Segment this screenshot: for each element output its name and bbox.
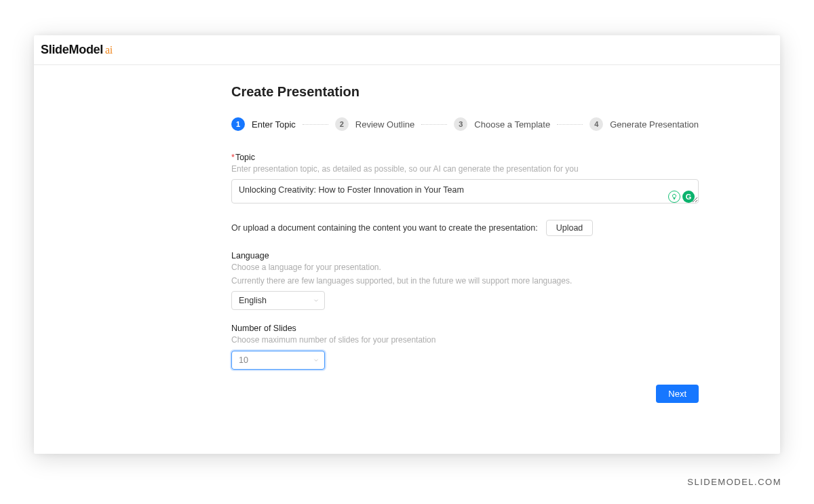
step-connector [421,124,447,125]
watermark-text: SLIDEMODEL.COM [687,477,781,487]
language-help-1: Choose a language for your presentation. [231,262,699,273]
app-header: SlideModel ai [34,35,780,65]
step-label: Generate Presentation [610,119,699,130]
step-label: Review Outline [355,119,414,130]
topic-input[interactable] [231,179,699,203]
language-select[interactable]: English [231,291,325,310]
field-slides: Number of Slides Choose maximum number o… [231,324,699,369]
required-star: * [231,153,235,162]
slides-select-wrap: 10 [231,351,325,370]
upload-row: Or upload a document containing the cont… [231,220,699,236]
brand-accent: ai [105,44,113,56]
page-title: Create Presentation [231,84,699,100]
field-language: Language Choose a language for your pres… [231,251,699,310]
step-number: 2 [335,117,349,131]
textarea-badges: G [668,191,695,203]
step-label: Choose a Template [474,119,550,130]
topic-label: *Topic [231,153,699,162]
app-window: SlideModel ai Create Presentation 1 Ente… [34,35,780,454]
step-label: Enter Topic [252,119,296,130]
brand-main: SlideModel [41,43,103,57]
grammarly-icon[interactable]: G [682,191,695,203]
step-connector [557,124,583,125]
upload-button[interactable]: Upload [546,220,594,236]
next-button[interactable]: Next [656,385,699,403]
step-number: 1 [231,117,245,131]
language-help-2: Currently there are few languages suppor… [231,275,699,287]
language-select-wrap: English [231,291,325,310]
idea-icon[interactable] [668,191,680,203]
slides-help: Choose maximum number of slides for your… [231,334,699,346]
footer-actions: Next [231,385,699,403]
step-generate-presentation[interactable]: 4 Generate Presentation [589,117,699,131]
topic-help: Enter presentation topic, as detailed as… [231,163,699,175]
step-choose-template[interactable]: 3 Choose a Template [454,117,550,131]
main-content: Create Presentation 1 Enter Topic 2 Revi… [231,65,699,422]
field-topic: *Topic Enter presentation topic, as deta… [231,153,699,206]
slides-label: Number of Slides [231,324,699,333]
slides-select[interactable]: 10 [231,351,325,370]
brand-logo[interactable]: SlideModel ai [41,43,113,57]
language-label: Language [231,251,699,260]
step-connector [303,124,328,125]
upload-text: Or upload a document containing the cont… [231,223,538,233]
stepper: 1 Enter Topic 2 Review Outline 3 Choose … [231,117,699,131]
step-review-outline[interactable]: 2 Review Outline [335,117,414,131]
step-number: 3 [454,117,467,131]
step-number: 4 [589,117,603,131]
step-enter-topic[interactable]: 1 Enter Topic [231,117,296,131]
